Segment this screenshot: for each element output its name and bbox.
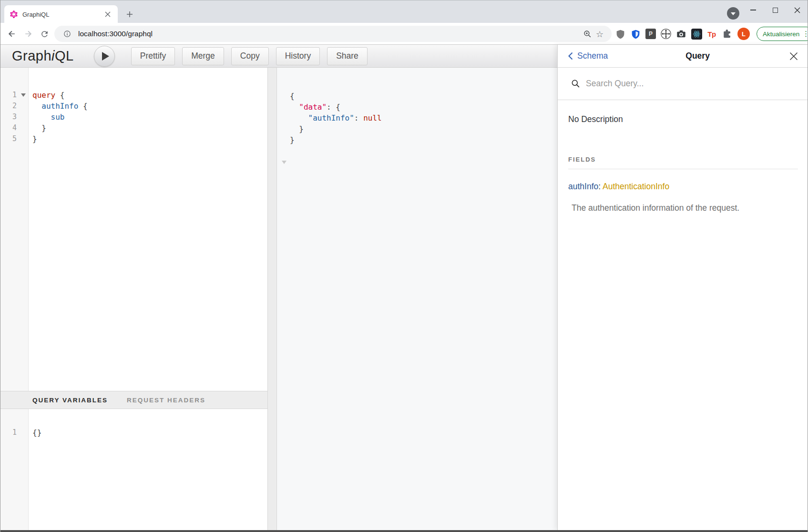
chevron-left-icon	[568, 52, 573, 60]
field-row: authInfo: AuthenticationInfo	[568, 182, 798, 192]
fold-arrow-icon[interactable]	[21, 93, 26, 97]
variables-tab-bar: QUERY VARIABLES REQUEST HEADERS	[0, 391, 267, 409]
tab-request-headers[interactable]: REQUEST HEADERS	[127, 397, 205, 404]
window-maximize-button[interactable]	[764, 0, 786, 20]
new-tab-button[interactable]	[124, 9, 135, 20]
forward-button[interactable]	[20, 26, 36, 41]
doc-back-link[interactable]: Schema	[568, 51, 608, 61]
update-chrome-button[interactable]: Aktualisieren ⋮	[757, 27, 808, 41]
close-icon	[789, 52, 798, 61]
play-icon	[102, 52, 109, 61]
pane-resize-handle[interactable]	[267, 68, 277, 530]
tab-title: GraphiQL	[22, 11, 102, 18]
close-icon	[794, 7, 800, 13]
window-close-button[interactable]	[786, 0, 808, 20]
doc-explorer-panel: Schema Query No Description FIELDS authI…	[557, 45, 808, 530]
field-description: The authentication information of the re…	[572, 203, 798, 213]
field-type-link[interactable]: AuthenticationInfo	[603, 182, 669, 191]
variables-editor[interactable]: 1 {}	[0, 409, 267, 530]
browser-navbar: localhost:3000/graphql ☆ P Tp L	[0, 23, 808, 45]
zoom-icon[interactable]	[581, 28, 593, 40]
tab-search-button[interactable]	[727, 7, 739, 20]
tab-close-icon[interactable]	[102, 9, 113, 20]
variables-editor-gutter: 1	[0, 409, 29, 530]
result-pane: { "data": { "authInfo": null }}	[277, 68, 557, 530]
window-minimize-button[interactable]	[742, 0, 764, 20]
fields-section-header: FIELDS	[568, 156, 798, 163]
update-label: Aktualisieren	[763, 31, 799, 38]
url-text[interactable]: localhost:3000/graphql	[78, 30, 581, 38]
window-bottom-edge	[0, 530, 808, 532]
shield-extension-icon[interactable]	[614, 27, 627, 41]
browser-tab[interactable]: GraphiQL	[4, 5, 118, 23]
doc-explorer-header: Schema Query	[558, 45, 808, 68]
address-bar[interactable]: localhost:3000/graphql ☆	[54, 26, 612, 42]
graphiql-logo: GraphiQL	[12, 48, 74, 64]
share-button[interactable]: Share	[327, 47, 368, 65]
graphiql-toolbar: GraphiQL Prettify Merge Copy History Sha…	[0, 45, 557, 68]
reload-button[interactable]	[37, 26, 52, 41]
type-description: No Description	[568, 114, 798, 124]
bitwarden-shield-icon[interactable]	[629, 27, 642, 41]
browser-titlebar: GraphiQL	[0, 0, 808, 23]
query-editor[interactable]: 1 2 3 4 5 query { authInfo { sub }}	[0, 68, 267, 391]
doc-content: No Description FIELDS authInfo: Authenti…	[558, 100, 808, 213]
editor-area: 1 2 3 4 5 query { authInfo { sub }} QUER…	[0, 68, 557, 530]
copy-button[interactable]: Copy	[231, 47, 269, 65]
tp-extension-icon[interactable]: Tp	[705, 27, 718, 41]
result-json: { "data": { "authInfo": null }}	[277, 68, 557, 145]
react-devtools-icon[interactable]	[690, 27, 703, 41]
query-editor-gutter: 1 2 3 4 5	[0, 68, 29, 391]
variables-code[interactable]: {}	[29, 409, 267, 530]
camera-extension-icon[interactable]	[675, 27, 688, 41]
back-button[interactable]	[4, 26, 20, 41]
move-tool-extension-icon[interactable]	[659, 27, 673, 41]
caret-down-icon	[731, 12, 736, 15]
graphiql-workspace: GraphiQL Prettify Merge Copy History Sha…	[0, 45, 557, 530]
fields-divider	[568, 169, 798, 169]
extensions-row: P Tp L Aktualisieren ⋮	[614, 27, 808, 41]
query-code[interactable]: query { authInfo { sub }}	[29, 68, 267, 391]
field-name-link[interactable]: authInfo	[568, 182, 598, 191]
p-extension-icon[interactable]: P	[644, 27, 657, 41]
merge-button[interactable]: Merge	[182, 47, 224, 65]
doc-search-input[interactable]	[586, 79, 743, 89]
info-icon[interactable]	[61, 28, 73, 40]
fold-arrow-icon[interactable]	[282, 161, 286, 164]
extensions-puzzle-icon[interactable]	[720, 27, 734, 41]
bookmark-star-icon[interactable]: ☆	[593, 28, 606, 40]
history-button[interactable]: History	[276, 47, 320, 65]
doc-panel-title: Query	[608, 51, 788, 61]
toolbar-buttons: Prettify Merge Copy History Share	[131, 47, 368, 65]
maximize-icon	[773, 8, 778, 13]
prettify-button[interactable]: Prettify	[131, 47, 175, 65]
query-pane: 1 2 3 4 5 query { authInfo { sub }} QUER…	[0, 68, 267, 530]
doc-search-bar	[558, 68, 808, 100]
search-icon	[571, 79, 580, 88]
profile-avatar[interactable]: L	[737, 28, 750, 40]
tab-query-variables[interactable]: QUERY VARIABLES	[32, 397, 108, 404]
execute-query-button[interactable]	[94, 46, 115, 67]
graphql-favicon-icon	[10, 10, 18, 18]
minimize-icon	[750, 10, 756, 10]
doc-close-button[interactable]	[788, 50, 800, 62]
browser-menu-kebab-icon[interactable]: ⋮	[802, 30, 808, 38]
